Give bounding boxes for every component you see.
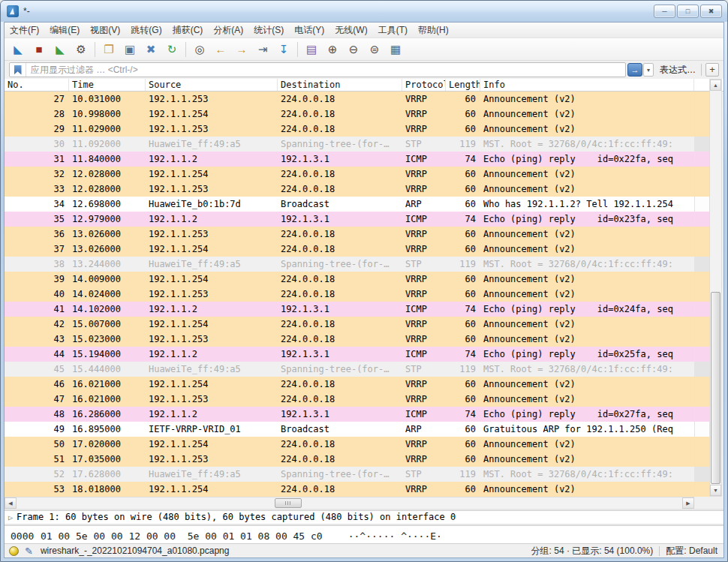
cell-protocol: STP [402, 137, 446, 152]
menu-item-go[interactable]: 跳转(G) [125, 23, 167, 38]
minimize-button[interactable]: ─ [654, 5, 675, 18]
packet-row[interactable]: 3713.026000192.1.1.254224.0.0.18VRRP60An… [5, 242, 694, 257]
zoom-reset-button[interactable]: ⊜ [365, 41, 384, 59]
scroll-right-icon[interactable]: ▶ [682, 497, 694, 509]
close-button[interactable]: ✖ [700, 5, 722, 18]
packet-bytes-pane[interactable]: 0000 01 00 5e 00 00 12 00 00 5e 00 01 01… [5, 525, 723, 545]
cell-no: 41 [5, 302, 69, 317]
open-file-button[interactable]: ❐ [99, 41, 119, 59]
zoom-out-button[interactable]: ⊖ [344, 41, 363, 59]
go-back-button[interactable]: ← [211, 41, 230, 59]
vertical-scrollbar[interactable]: ▲ ▼ [709, 79, 722, 497]
packet-row[interactable]: 2810.998000192.1.1.254224.0.0.18VRRP60An… [5, 107, 694, 122]
packet-row[interactable]: 4114.102000192.1.1.2192.1.3.1ICMP74Echo … [5, 302, 694, 317]
scroll-up-icon[interactable]: ▲ [710, 80, 721, 91]
menu-item-edit[interactable]: 编辑(E) [44, 23, 85, 38]
column-header-length[interactable]: Length [446, 79, 480, 91]
packet-row[interactable]: 4816.286000192.1.1.2192.1.3.1ICMP74Echo … [5, 407, 694, 422]
packet-row[interactable]: 4215.007000192.1.1.254224.0.0.18VRRP60An… [5, 317, 694, 332]
profile-selector[interactable]: 配置: Default [666, 545, 717, 557]
cell-time: 18.018000 [69, 482, 146, 497]
horizontal-scrollbar[interactable]: ◀ ▶ [5, 497, 694, 509]
reload-button[interactable]: ↻ [162, 41, 182, 59]
filter-dropdown-button[interactable]: ▾ [643, 63, 654, 77]
cell-length: 119 [446, 137, 480, 152]
menu-item-statistics[interactable]: 统计(S) [248, 23, 289, 38]
expand-arrow-icon[interactable]: ▷ [5, 511, 17, 524]
cell-source: HuaweiTe_ff:49:a5 [146, 362, 278, 377]
packet-row[interactable]: 5318.018000192.1.1.254224.0.0.18VRRP60An… [5, 482, 694, 497]
cell-source: HuaweiTe_ff:49:a5 [146, 467, 278, 482]
menu-item-capture[interactable]: 捕获(C) [167, 23, 209, 38]
apply-filter-button[interactable]: → [627, 63, 642, 77]
column-header-time[interactable]: Time [69, 79, 146, 91]
column-header-source[interactable]: Source [146, 79, 278, 91]
packet-row[interactable]: 3412.698000HuaweiTe_b0:1b:7dBroadcastARP… [5, 197, 694, 212]
minimap-segment [695, 437, 709, 452]
packet-row[interactable]: 4616.021000192.1.1.254224.0.0.18VRRP60An… [5, 377, 694, 392]
menu-item-wireless[interactable]: 无线(W) [329, 23, 372, 38]
menu-item-telephony[interactable]: 电话(Y) [289, 23, 329, 38]
packet-row[interactable]: 3613.026000192.1.1.253224.0.0.18VRRP60An… [5, 227, 694, 242]
capture-comment-icon[interactable]: ✎ [25, 546, 33, 556]
add-filter-button[interactable]: + [705, 63, 719, 77]
packet-row[interactable]: 4916.895000IETF-VRRP-VRID_01BroadcastARP… [5, 422, 694, 437]
auto-scroll-button[interactable]: ↧ [274, 41, 293, 59]
packet-row[interactable]: 4014.024000192.1.1.253224.0.0.18VRRP60An… [5, 287, 694, 302]
column-header-destination[interactable]: Destination [278, 79, 402, 91]
find-packet-button[interactable]: ◎ [190, 41, 209, 59]
menu-item-help[interactable]: 帮助(H) [413, 23, 454, 38]
maximize-button[interactable]: □ [677, 5, 699, 18]
filter-bookmark-button[interactable] [10, 63, 26, 77]
menu-item-tools[interactable]: 工具(T) [373, 23, 413, 38]
scroll-left-icon[interactable]: ◀ [5, 497, 17, 509]
packet-row[interactable]: 3312.028000192.1.1.253224.0.0.18VRRP60An… [5, 182, 694, 197]
menu-item-analyze[interactable]: 分析(A) [208, 23, 248, 38]
packet-row[interactable]: 4716.021000192.1.1.253224.0.0.18VRRP60An… [5, 392, 694, 407]
packet-detail-pane[interactable]: ▷ Frame 1: 60 bytes on wire (480 bits), … [5, 510, 723, 524]
horizontal-scrollbar-thumb[interactable] [275, 498, 302, 508]
packet-row[interactable]: 3813.244000HuaweiTe_ff:49:a5Spanning-tre… [5, 257, 694, 272]
close-file-button[interactable]: ✖ [141, 41, 161, 59]
packet-row[interactable]: 3011.092000HuaweiTe_ff:49:a5Spanning-tre… [5, 137, 694, 152]
column-header-protocol[interactable]: Protocol [402, 79, 446, 91]
packet-row[interactable]: 4515.444000HuaweiTe_ff:49:a5Spanning-tre… [5, 362, 694, 377]
title-bar[interactable]: *- ─ □ ✖ [1, 1, 727, 22]
display-filter-input[interactable]: 应用显示过滤器 … <Ctrl-/> [9, 62, 626, 77]
packet-row[interactable]: 2710.031000192.1.1.253224.0.0.18VRRP60An… [5, 92, 694, 107]
stop-capture-button[interactable]: ■ [29, 41, 49, 59]
go-to-packet-button[interactable]: ⇥ [253, 41, 272, 59]
packet-row[interactable]: 5117.035000192.1.1.253224.0.0.18VRRP60An… [5, 452, 694, 467]
packet-row[interactable]: 3914.009000192.1.1.254224.0.0.18VRRP60An… [5, 272, 694, 287]
vertical-scrollbar-thumb[interactable] [711, 292, 720, 484]
menu-item-file[interactable]: 文件(F) [5, 23, 44, 38]
cell-source: 192.1.1.254 [146, 107, 278, 122]
cell-time: 13.244000 [69, 257, 146, 272]
packet-row[interactable]: 4415.194000192.1.1.2192.1.3.1ICMP74Echo … [5, 347, 694, 362]
expression-button[interactable]: 表达式… [660, 64, 696, 77]
start-capture-button[interactable]: ◣ [8, 41, 28, 59]
cell-source: IETF-VRRP-VRID_01 [146, 422, 278, 437]
cell-protocol: ICMP [402, 347, 446, 362]
packet-row[interactable]: 5017.020000192.1.1.254224.0.0.18VRRP60An… [5, 437, 694, 452]
resize-columns-button[interactable]: ▦ [386, 41, 405, 59]
scroll-down-icon[interactable]: ▼ [710, 485, 721, 496]
frame-summary[interactable]: Frame 1: 60 bytes on wire (480 bits), 60… [17, 511, 456, 524]
column-header-no[interactable]: No. [5, 79, 69, 91]
colorize-button[interactable]: ▤ [302, 41, 321, 59]
expert-info-icon[interactable] [9, 546, 19, 556]
packet-row[interactable]: 5217.628000HuaweiTe_ff:49:a5Spanning-tre… [5, 467, 694, 482]
capture-options-button[interactable]: ⚙ [71, 41, 91, 59]
save-file-button[interactable]: ▣ [120, 41, 140, 59]
go-forward-button[interactable]: → [232, 41, 251, 59]
packet-row[interactable]: 4315.023000192.1.1.253224.0.0.18VRRP60An… [5, 332, 694, 347]
packet-row[interactable]: 3512.979000192.1.1.2192.1.3.1ICMP74Echo … [5, 212, 694, 227]
packet-row[interactable]: 3212.028000192.1.1.254224.0.0.18VRRP60An… [5, 167, 694, 182]
menu-item-view[interactable]: 视图(V) [85, 23, 125, 38]
cell-info: Echo (ping) reply id=0x27fa, seq [480, 407, 694, 422]
packet-row[interactable]: 3111.840000192.1.1.2192.1.3.1ICMP74Echo … [5, 152, 694, 167]
zoom-in-button[interactable]: ⊕ [323, 41, 342, 59]
packet-row[interactable]: 2911.029000192.1.1.253224.0.0.18VRRP60An… [5, 122, 694, 137]
restart-capture-button[interactable]: ◣ [50, 41, 70, 59]
column-header-info[interactable]: Info [480, 79, 694, 91]
